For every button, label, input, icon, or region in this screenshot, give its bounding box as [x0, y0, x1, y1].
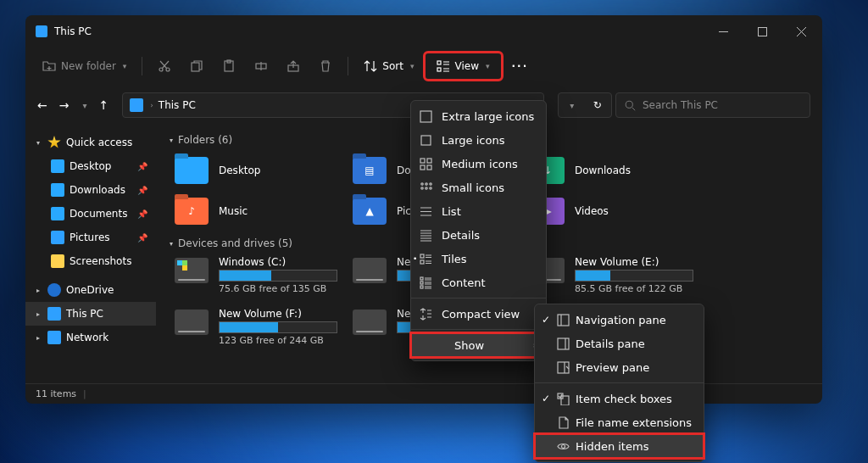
more-button[interactable]: ··· [504, 53, 537, 80]
preview-pane-icon [557, 361, 570, 374]
search-input[interactable]: Search This PC [615, 92, 810, 118]
sidebar-item-network[interactable]: ▸ Network [25, 326, 156, 349]
breadcrumb-dropdown[interactable]: ▾ [570, 101, 574, 110]
pin-icon: 📌 [137, 233, 147, 243]
menu-item-list[interactable]: List [411, 199, 546, 223]
delete-icon [319, 59, 332, 73]
menu-item-medium-icons[interactable]: Medium icons [411, 152, 546, 176]
pin-icon: 📌 [137, 209, 147, 219]
close-button[interactable] [782, 15, 821, 47]
xl-icons-icon [420, 110, 432, 123]
chevron-down-icon: ▾ [123, 62, 127, 70]
titlebar: This PC [25, 15, 822, 47]
drive-item[interactable]: New Volume (E:) 85.5 GB free of 122 GB [526, 256, 704, 294]
collapse-icon: ▾ [170, 240, 173, 248]
menu-item-large-icons[interactable]: Large icons [411, 128, 546, 152]
svg-rect-8 [437, 61, 441, 64]
sidebar-item-screenshots[interactable]: Screenshots [25, 249, 156, 273]
folder-downloads[interactable]: ↓Downloads [526, 153, 704, 188]
folder-icon: ♪ [175, 198, 209, 225]
expand-icon: ▸ [34, 310, 42, 318]
menu-item-item-check-boxes[interactable]: ✓Item check boxes [535, 387, 704, 410]
sidebar-item-documents[interactable]: Documents📌 [25, 202, 156, 226]
folder-music[interactable]: ♪Music [170, 193, 348, 229]
rename-button[interactable] [246, 53, 276, 80]
svg-rect-9 [437, 68, 441, 71]
recent-locations-button[interactable]: ▾ [82, 101, 86, 110]
search-icon [625, 100, 636, 111]
svg-point-10 [626, 101, 632, 108]
menu-item-details[interactable]: Details [411, 223, 546, 247]
menu-item-file-name-extensions[interactable]: File name extensions [535, 410, 704, 434]
menu-item-compact-view[interactable]: Compact view [411, 302, 546, 326]
menu-item-navigation-pane[interactable]: ✓Navigation pane [535, 308, 704, 332]
expand-icon: ▸ [34, 334, 42, 342]
share-button[interactable] [278, 53, 309, 80]
details-pane-icon [557, 337, 570, 350]
menu-item-hidden-items[interactable]: Hidden items [535, 434, 704, 458]
sidebar-item-this-pc[interactable]: ▸ This PC [25, 302, 156, 326]
menu-item-content[interactable]: Content [411, 271, 546, 294]
share-icon [287, 59, 300, 73]
up-button[interactable]: ↑ [99, 98, 109, 112]
sidebar-item-desktop[interactable]: Desktop📌 [25, 154, 156, 178]
svg-rect-29 [558, 338, 569, 349]
this-pc-icon [36, 25, 47, 37]
sidebar-item-downloads[interactable]: Downloads📌 [25, 178, 156, 202]
status-item-count: 11 items [36, 388, 76, 399]
cut-button[interactable] [149, 53, 180, 80]
copy-button[interactable] [181, 53, 212, 80]
drive-item[interactable]: New Volume (F:) 123 GB free of 244 GB [170, 308, 348, 346]
medium-icons-icon [420, 158, 432, 170]
pin-icon: 📌 [137, 186, 147, 195]
minimize-button[interactable] [704, 15, 743, 47]
refresh-button[interactable]: ↻ [593, 99, 602, 111]
menu-item-show[interactable]: Show › [411, 333, 546, 357]
svg-rect-23 [420, 254, 424, 258]
svg-point-18 [426, 182, 427, 184]
menu-item-small-icons[interactable]: Small icons [411, 176, 546, 199]
sidebar-item-onedrive[interactable]: ▸ OneDrive [25, 278, 156, 302]
rename-icon [254, 59, 268, 73]
menu-item-tiles[interactable]: •Tiles [411, 247, 546, 271]
drive-item[interactable]: Windows (C:) 75.6 GB free of 135 GB [170, 256, 348, 294]
view-button[interactable]: View ▾ [425, 53, 502, 80]
menu-item-extra-large-icons[interactable]: Extra large icons [411, 104, 546, 128]
details-icon [420, 229, 432, 242]
new-folder-button[interactable]: New folder ▾ [34, 53, 135, 80]
file-explorer-window: This PC New folder ▾ Sort ▾ View ▾ ··· [25, 15, 822, 404]
maximize-button[interactable] [743, 15, 782, 47]
chevron-down-icon: ▾ [410, 62, 415, 70]
desktop-icon [51, 159, 64, 173]
svg-rect-15 [420, 165, 425, 170]
view-icon [437, 59, 450, 73]
collapse-icon: ▾ [34, 139, 42, 147]
star-icon [47, 136, 61, 149]
menu-item-preview-pane[interactable]: Preview pane [535, 355, 704, 379]
cut-icon [158, 59, 171, 73]
pin-icon: 📌 [137, 162, 147, 171]
command-bar: New folder ▾ Sort ▾ View ▾ ··· [25, 47, 822, 85]
sidebar-item-pictures[interactable]: Pictures📌 [25, 226, 156, 249]
drive-icon [353, 258, 387, 283]
forward-button[interactable]: → [59, 98, 70, 112]
svg-rect-24 [420, 260, 424, 264]
menu-item-details-pane[interactable]: Details pane [535, 332, 704, 355]
svg-rect-31 [561, 396, 569, 405]
sort-button[interactable]: Sort ▾ [355, 53, 422, 80]
window-title: This PC [54, 25, 92, 37]
paste-button[interactable] [214, 53, 244, 80]
svg-point-17 [421, 182, 423, 184]
drive-icon [175, 310, 209, 335]
large-icons-icon [420, 134, 432, 147]
check-icon: ✓ [542, 314, 550, 326]
svg-rect-0 [758, 27, 766, 36]
folder-desktop[interactable]: Desktop [170, 153, 348, 188]
sidebar-item-quick-access[interactable]: ▾ Quick access [25, 131, 156, 154]
this-pc-icon [47, 307, 61, 321]
this-pc-icon [130, 98, 143, 112]
content-icon [420, 276, 432, 289]
delete-button[interactable] [310, 53, 341, 80]
folder-videos[interactable]: ▶Videos [526, 193, 704, 229]
back-button[interactable]: ← [37, 98, 47, 112]
